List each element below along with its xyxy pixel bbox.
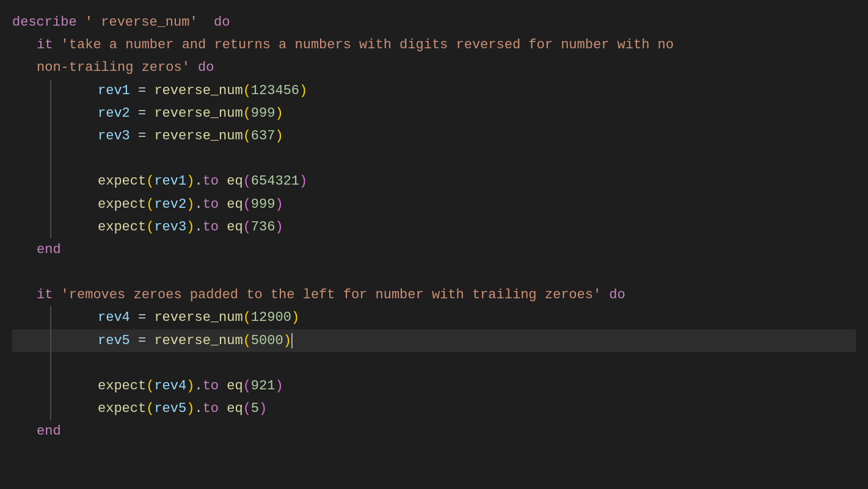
code-line-15: rev5 = reverse_num(5000) <box>12 329 856 352</box>
code-line-1: describe ' reverse_num' do <box>12 11 856 34</box>
code-line-3: non-trailing zeros' do <box>12 56 856 79</box>
code-line-13: it 'removes zeroes padded to the left fo… <box>12 284 856 306</box>
code-line-14: rev4 = reverse_num(12900) <box>12 306 856 329</box>
block-section-1: rev1 = reverse_num(123456) rev2 = revers… <box>12 79 856 238</box>
code-line-11: end <box>12 238 856 261</box>
code-line-16 <box>12 352 856 375</box>
code-line-10: expect(rev3).to eq(736) <box>12 216 856 238</box>
code-line-17: expect(rev4).to eq(921) <box>12 375 856 397</box>
code-editor[interactable]: describe ' reverse_num' do it 'take a nu… <box>0 0 868 489</box>
code-line-4: rev1 = reverse_num(123456) <box>12 79 856 102</box>
code-line-19: end <box>12 420 856 443</box>
code-line-9: expect(rev2).to eq(999) <box>12 193 856 216</box>
block-section-2: rev4 = reverse_num(12900) rev5 = reverse… <box>12 306 856 420</box>
code-line-18: expect(rev5).to eq(5) <box>12 397 856 420</box>
code-block: describe ' reverse_num' do it 'take a nu… <box>0 11 868 443</box>
code-line-12 <box>12 261 856 284</box>
code-line-2: it 'take a number and returns a numbers … <box>12 34 856 56</box>
code-line-6: rev3 = reverse_num(637) <box>12 125 856 147</box>
code-line-7 <box>12 147 856 170</box>
code-line-8: expect(rev1).to eq(654321) <box>12 170 856 193</box>
code-line-5: rev2 = reverse_num(999) <box>12 102 856 125</box>
